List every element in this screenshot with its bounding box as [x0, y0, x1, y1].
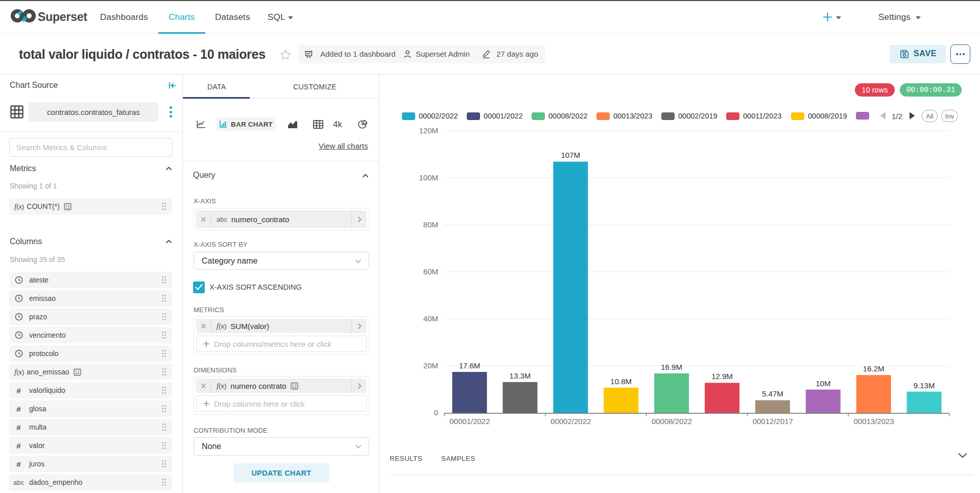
svg-text:100M: 100M: [419, 173, 438, 182]
svg-text:107M: 107M: [561, 151, 581, 159]
svg-text:12.9M: 12.9M: [711, 372, 733, 381]
svg-text:5.47M: 5.47M: [762, 389, 783, 398]
svg-text:16.9M: 16.9M: [661, 363, 682, 371]
svg-text:13.3M: 13.3M: [510, 371, 531, 380]
svg-text:60M: 60M: [423, 267, 438, 276]
svg-text:0: 0: [434, 408, 438, 417]
svg-text:00012/2017: 00012/2017: [753, 417, 793, 426]
svg-text:9.13M: 9.13M: [914, 381, 935, 390]
svg-text:00001/2022: 00001/2022: [449, 417, 490, 426]
svg-text:20M: 20M: [423, 361, 438, 370]
svg-text:120M: 120M: [419, 126, 438, 135]
svg-text:00008/2022: 00008/2022: [652, 417, 692, 426]
svg-text:16.2M: 16.2M: [863, 364, 885, 373]
svg-text:00002/2022: 00002/2022: [551, 417, 591, 426]
svg-text:17.6M: 17.6M: [459, 361, 481, 370]
svg-text:10.8M: 10.8M: [610, 377, 632, 386]
svg-text:80M: 80M: [423, 220, 438, 229]
svg-text:10M: 10M: [816, 379, 830, 388]
svg-text:00013/2023: 00013/2023: [853, 417, 894, 426]
svg-text:40M: 40M: [423, 314, 438, 323]
